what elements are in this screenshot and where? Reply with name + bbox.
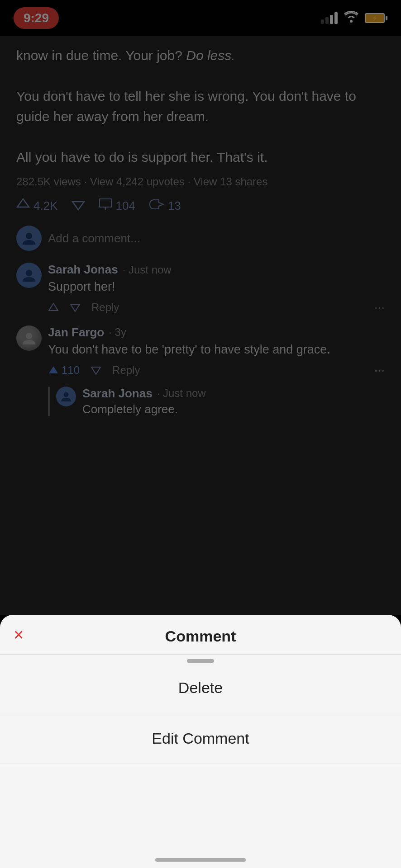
close-button[interactable]: × xyxy=(14,626,24,643)
dim-overlay xyxy=(0,0,401,615)
drag-indicator-row xyxy=(0,655,401,663)
bottom-sheet: × Comment Delete Edit Comment xyxy=(0,615,401,868)
sheet-title: Comment xyxy=(165,627,236,645)
edit-comment-option[interactable]: Edit Comment xyxy=(0,713,401,764)
delete-option[interactable]: Delete xyxy=(0,663,401,713)
home-indicator xyxy=(155,858,246,862)
sheet-header: × Comment xyxy=(0,615,401,655)
drag-indicator xyxy=(187,659,214,663)
